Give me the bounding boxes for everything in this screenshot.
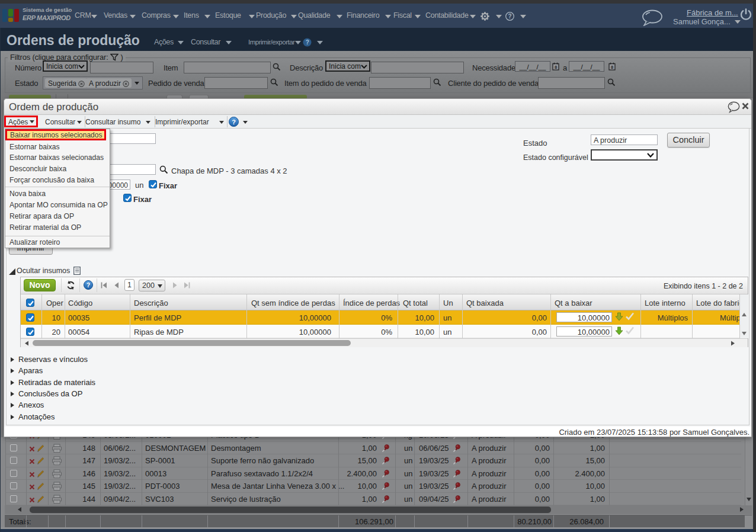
svg-text:8: 8 [611,65,613,70]
svg-text:?: ? [306,39,309,46]
svg-text:?: ? [87,281,90,289]
svg-text:?: ? [232,118,236,126]
svg-text:8: 8 [555,65,557,70]
svg-text:?: ? [508,13,511,20]
